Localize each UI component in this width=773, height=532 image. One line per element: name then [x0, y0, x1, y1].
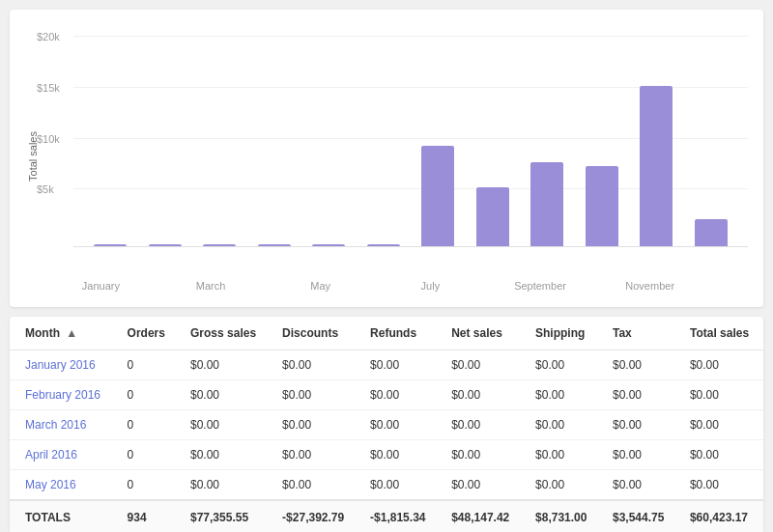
cell-shipping: $0.00	[524, 350, 601, 380]
col-header-net: Net sales	[440, 317, 524, 350]
cell-refunds: $0.00	[358, 410, 440, 440]
y-tick-10k: $10k	[37, 133, 60, 145]
table-row: April 20160$0.00$0.00$0.00$0.00$0.00$0.0…	[10, 440, 763, 470]
cell-refunds: $0.00	[358, 470, 440, 501]
cell-orders: 0	[116, 410, 179, 440]
bar-group-october	[575, 25, 630, 246]
bars-area	[73, 25, 748, 246]
chart-inner: $20k $15k $10k $5k	[73, 25, 748, 247]
cell-month[interactable]: March 2016	[10, 410, 116, 440]
x-label-jun	[348, 276, 403, 292]
bar-group-august	[466, 25, 521, 246]
cell-gross_sales: $0.00	[179, 350, 271, 380]
bar-december	[695, 219, 728, 246]
table-header-row: Month ▲ Orders Gross sales Discounts Ref…	[10, 317, 763, 350]
bar-group-december	[684, 25, 739, 246]
bar-november	[640, 86, 673, 247]
y-tick-15k: $15k	[37, 82, 60, 94]
table-card: Month ▲ Orders Gross sales Discounts Ref…	[10, 317, 763, 532]
totals-gross: $77,355.55	[179, 500, 271, 532]
bar-april	[258, 244, 291, 246]
totals-net: $48,147.42	[440, 500, 524, 532]
chart-container: Total sales $20k $15k $10k $5k	[25, 25, 748, 276]
cell-net_sales: $0.00	[440, 410, 524, 440]
col-header-orders: Orders	[116, 317, 179, 350]
table-row: March 20160$0.00$0.00$0.00$0.00$0.00$0.0…	[10, 410, 763, 440]
bar-july	[421, 146, 454, 246]
bar-group-september	[520, 25, 575, 246]
bar-october	[586, 166, 618, 246]
cell-orders: 0	[116, 380, 179, 410]
totals-total: $60,423.17	[678, 500, 763, 532]
y-tick-20k: $20k	[37, 31, 60, 42]
cell-refunds: $0.00	[358, 350, 440, 380]
cell-tax: $0.00	[601, 440, 678, 470]
bar-february	[149, 244, 182, 246]
bar-january	[94, 244, 127, 246]
x-label-aug	[458, 276, 513, 292]
x-label-apr	[238, 276, 293, 292]
cell-tax: $0.00	[601, 470, 678, 501]
cell-gross_sales: $0.00	[179, 380, 271, 410]
x-label-mar: March	[184, 276, 239, 292]
cell-month[interactable]: May 2016	[10, 470, 116, 501]
cell-tax: $0.00	[601, 380, 678, 410]
cell-tax: $0.00	[601, 350, 678, 380]
cell-gross_sales: $0.00	[179, 410, 271, 440]
cell-shipping: $0.00	[524, 470, 601, 501]
cell-shipping: $0.00	[524, 410, 601, 440]
bar-group-july	[411, 25, 466, 246]
cell-total_sales: $0.00	[678, 350, 763, 380]
cell-net_sales: $0.00	[440, 350, 524, 380]
col-header-shipping: Shipping	[524, 317, 601, 350]
x-label-jan: January	[73, 276, 129, 292]
sales-table: Month ▲ Orders Gross sales Discounts Ref…	[10, 317, 763, 532]
cell-refunds: $0.00	[358, 440, 440, 470]
x-label-dec	[677, 276, 732, 292]
totals-row: TOTALS 934 $77,355.55 -$27,392.79 -$1,81…	[10, 500, 763, 532]
cell-discounts: $0.00	[271, 470, 358, 501]
cell-discounts: $0.00	[271, 440, 358, 470]
bar-june	[367, 244, 400, 246]
x-label-sep: September	[513, 276, 568, 292]
col-header-total: Total sales	[678, 317, 763, 350]
cell-net_sales: $0.00	[440, 380, 524, 410]
cell-tax: $0.00	[601, 410, 678, 440]
cell-total_sales: $0.00	[678, 410, 763, 440]
col-header-month: Month ▲	[10, 317, 116, 350]
bar-march	[203, 244, 236, 246]
bar-group-february	[138, 25, 193, 246]
cell-refunds: $0.00	[358, 380, 440, 410]
x-label-jul: July	[403, 276, 458, 292]
cell-gross_sales: $0.00	[179, 470, 271, 501]
cell-shipping: $0.00	[524, 380, 601, 410]
col-header-gross: Gross sales	[179, 317, 271, 350]
x-label-feb	[129, 276, 184, 292]
cell-month[interactable]: April 2016	[10, 440, 116, 470]
cell-month[interactable]: February 2016	[10, 380, 116, 410]
cell-discounts: $0.00	[271, 410, 358, 440]
col-header-discounts: Discounts	[271, 317, 358, 350]
cell-orders: 0	[116, 350, 179, 380]
cell-month[interactable]: January 2016	[10, 350, 116, 380]
totals-refunds: -$1,815.34	[358, 500, 440, 532]
totals-tax: $3,544.75	[601, 500, 678, 532]
totals-orders: 934	[116, 500, 179, 532]
x-label-may: May	[293, 276, 348, 292]
cell-discounts: $0.00	[271, 350, 358, 380]
cell-total_sales: $0.00	[678, 470, 763, 501]
sort-arrow-icon[interactable]: ▲	[66, 326, 77, 340]
x-labels-row: January March May July September Novembe…	[25, 276, 748, 292]
cell-gross_sales: $0.00	[179, 440, 271, 470]
cell-net_sales: $0.00	[440, 440, 524, 470]
cell-net_sales: $0.00	[440, 470, 524, 501]
bar-group-march	[192, 25, 247, 246]
y-tick-5k: $5k	[37, 183, 54, 195]
cell-orders: 0	[116, 470, 179, 501]
table-row: February 20160$0.00$0.00$0.00$0.00$0.00$…	[10, 380, 763, 410]
bar-september	[530, 162, 563, 246]
table-row: January 20160$0.00$0.00$0.00$0.00$0.00$0…	[10, 350, 763, 380]
totals-shipping: $8,731.00	[524, 500, 601, 532]
cell-total_sales: $0.00	[678, 440, 763, 470]
x-label-nov: November	[622, 276, 677, 292]
